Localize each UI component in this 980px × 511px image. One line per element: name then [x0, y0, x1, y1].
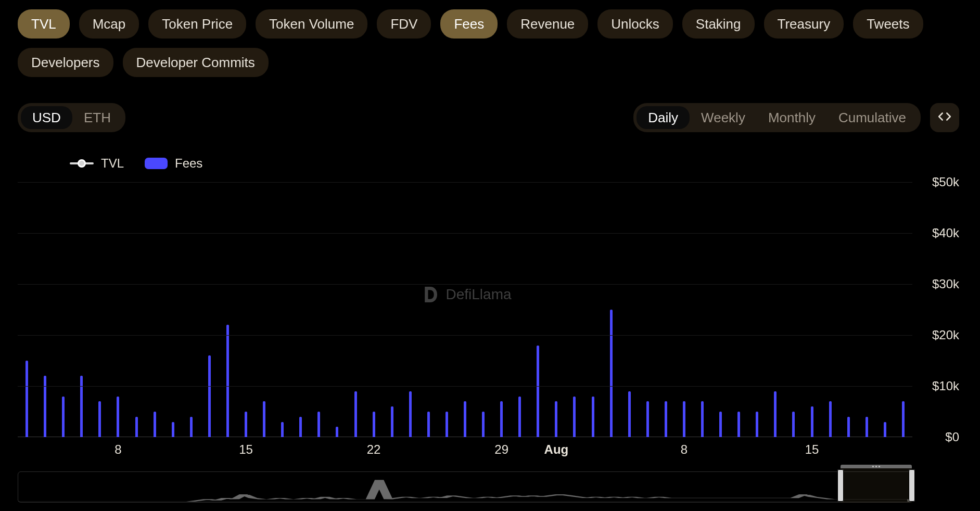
fees-bar[interactable] [98, 401, 101, 437]
fees-bar[interactable] [774, 391, 777, 437]
y-tick-label: $20k [925, 328, 959, 342]
metric-tabs-row-1: TVLMcapToken PriceToken VolumeFDVFeesRev… [18, 9, 959, 39]
chart-range-brush[interactable] [18, 471, 912, 503]
fees-bar[interactable] [829, 401, 832, 437]
interval-option-daily[interactable]: Daily [637, 106, 690, 129]
fees-bar[interactable] [555, 401, 557, 437]
metric-tab-tvl[interactable]: TVL [18, 9, 70, 39]
fees-bar[interactable] [683, 401, 685, 437]
fees-bar[interactable] [719, 412, 722, 437]
fees-bar[interactable] [80, 376, 83, 437]
fees-bar[interactable] [665, 401, 667, 437]
fees-bar[interactable] [391, 406, 393, 437]
fees-bar[interactable] [226, 325, 229, 437]
fees-bar[interactable] [245, 412, 247, 437]
x-tick-label: Aug [544, 442, 569, 457]
fees-bar[interactable] [117, 397, 119, 437]
fees-bar[interactable] [756, 412, 758, 437]
currency-switch: USDETH [18, 103, 125, 132]
fees-bar[interactable] [628, 391, 631, 437]
metric-tab-developer-commits[interactable]: Developer Commits [123, 48, 269, 77]
fees-bar[interactable] [281, 422, 284, 437]
fees-bar[interactable] [792, 412, 795, 437]
y-tick-label: $30k [925, 277, 959, 291]
fees-bar[interactable] [464, 401, 466, 437]
legend-label: TVL [101, 156, 124, 171]
fees-bar[interactable] [518, 397, 521, 437]
y-tick-label: $10k [925, 379, 959, 393]
fees-bar[interactable] [610, 310, 613, 437]
fees-bar[interactable] [336, 427, 338, 437]
y-tick-label: $40k [925, 226, 959, 240]
fees-bar[interactable] [847, 417, 850, 437]
fees-bar[interactable] [646, 401, 649, 437]
fees-bar[interactable] [701, 401, 704, 437]
chart-controls-row: USDETH DailyWeeklyMonthlyCumulative [18, 103, 959, 132]
x-tick-label: 29 [494, 442, 508, 457]
fees-bar[interactable] [884, 422, 886, 437]
x-tick-label: 15 [805, 442, 819, 457]
metric-tab-token-volume[interactable]: Token Volume [256, 9, 367, 39]
fees-bar[interactable] [427, 412, 430, 437]
metric-tab-developers[interactable]: Developers [18, 48, 113, 77]
metric-tab-staking[interactable]: Staking [682, 9, 755, 39]
fees-bar[interactable] [737, 412, 740, 437]
legend-item-tvl[interactable]: TVL [70, 156, 124, 171]
metric-tabs-row-2: DevelopersDeveloper Commits [18, 48, 959, 77]
fees-bar[interactable] [537, 346, 539, 437]
metric-tab-token-price[interactable]: Token Price [148, 9, 246, 39]
currency-option-eth[interactable]: ETH [72, 106, 122, 129]
y-tick-label: $50k [925, 175, 959, 189]
legend-label: Fees [175, 156, 202, 171]
fees-bar[interactable] [317, 412, 320, 437]
fees-bar[interactable] [26, 361, 28, 437]
legend-item-fees[interactable]: Fees [145, 156, 202, 171]
metric-tab-fees[interactable]: Fees [440, 9, 498, 39]
interval-switch: DailyWeeklyMonthlyCumulative [633, 103, 921, 132]
fees-bar[interactable] [172, 422, 174, 437]
code-icon [938, 110, 951, 125]
fees-bar[interactable] [811, 406, 813, 437]
fees-bar[interactable] [500, 401, 503, 437]
x-tick-label: 22 [367, 442, 381, 457]
chart-area: DefiLlama $0$10k$20k$30k$40k$50k [18, 182, 959, 437]
brush-sparkline [18, 479, 912, 502]
fees-bar[interactable] [62, 397, 65, 437]
legend-marker-bar [145, 158, 168, 169]
interval-option-weekly[interactable]: Weekly [690, 106, 757, 129]
x-tick-label: 8 [681, 442, 688, 457]
embed-button[interactable] [930, 103, 959, 132]
interval-option-cumulative[interactable]: Cumulative [827, 106, 918, 129]
chart-plot[interactable]: DefiLlama [18, 182, 912, 437]
metric-tab-mcap[interactable]: Mcap [79, 9, 139, 39]
fees-bar[interactable] [354, 391, 357, 437]
x-tick-label: 8 [114, 442, 121, 457]
y-tick-label: $0 [938, 430, 959, 444]
fees-bar[interactable] [866, 417, 868, 437]
brush-handle-right[interactable] [909, 469, 915, 502]
fees-bar[interactable] [373, 412, 375, 437]
currency-option-usd[interactable]: USD [21, 106, 72, 129]
metric-tab-tweets[interactable]: Tweets [853, 9, 923, 39]
metric-tab-revenue[interactable]: Revenue [507, 9, 588, 39]
fees-bar[interactable] [902, 401, 905, 437]
fees-bar[interactable] [135, 417, 138, 437]
fees-bar[interactable] [592, 397, 594, 437]
metric-tab-fdv[interactable]: FDV [377, 9, 431, 39]
fees-bar[interactable] [299, 417, 302, 437]
fees-bar[interactable] [44, 376, 46, 437]
fees-bar[interactable] [446, 412, 448, 437]
metric-tab-unlocks[interactable]: Unlocks [597, 9, 672, 39]
brush-selection[interactable] [841, 468, 912, 503]
fees-bar[interactable] [263, 401, 265, 437]
fees-bar[interactable] [409, 391, 412, 437]
fees-bar[interactable] [573, 397, 576, 437]
metric-tab-treasury[interactable]: Treasury [764, 9, 844, 39]
fees-bar[interactable] [190, 417, 193, 437]
fees-bar[interactable] [482, 412, 485, 437]
fees-bar[interactable] [208, 355, 211, 437]
fees-bar[interactable] [154, 412, 156, 437]
brush-handle-left[interactable] [837, 469, 844, 502]
interval-option-monthly[interactable]: Monthly [757, 106, 827, 129]
legend-marker-line [70, 162, 94, 164]
